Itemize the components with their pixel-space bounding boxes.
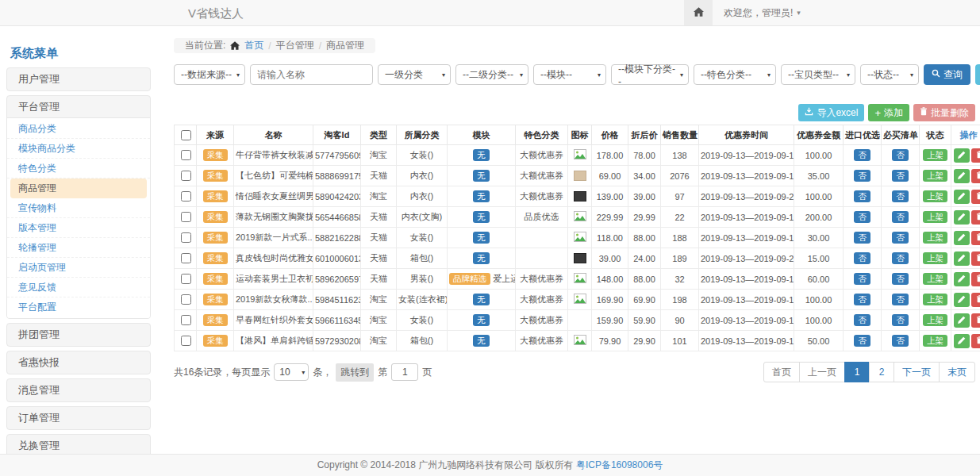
sidebar-section-0[interactable]: 用户管理 [7,68,150,90]
import-optimal-toggle[interactable]: 否 [854,273,870,285]
delete-button[interactable] [971,272,980,286]
import-excel-button[interactable]: 导入excel [798,104,864,121]
add-button[interactable]: + 添加 [868,104,909,121]
sidebar-item[interactable]: 版本管理 [7,218,150,238]
edit-button[interactable] [954,169,970,183]
row-checkbox[interactable] [181,274,191,284]
delete-button[interactable] [971,231,980,245]
must-buy-toggle[interactable]: 否 [892,232,909,244]
edit-button[interactable] [954,334,970,348]
pager-button[interactable]: 1 [844,362,870,382]
delete-button[interactable] [971,190,980,204]
search-button[interactable]: 查询 [924,64,970,85]
must-buy-toggle[interactable]: 否 [892,149,909,161]
filter-input-name-search[interactable] [250,64,373,85]
reset-button[interactable]: 重置 [975,64,980,85]
icp-link[interactable]: 粤ICP备16098006号 [576,459,663,470]
row-checkbox[interactable] [181,294,191,305]
per-page-select[interactable]: 10 ▾ [274,363,309,381]
pager-button[interactable]: 上一页 [799,362,845,382]
must-buy-toggle[interactable]: 否 [892,190,909,202]
pager-button[interactable]: 2 [869,362,894,382]
status-toggle[interactable]: 上架 [923,252,947,264]
edit-button[interactable] [954,293,970,307]
row-checkbox[interactable] [181,232,191,243]
edit-button[interactable] [954,210,970,225]
delete-button[interactable] [971,148,980,163]
filter-select-module[interactable]: --模块--▾ [533,64,606,85]
sidebar-item[interactable]: 商品分类 [7,119,150,139]
sidebar-section-1[interactable]: 平台管理 [7,96,150,118]
must-buy-toggle[interactable]: 否 [892,335,909,347]
status-toggle[interactable]: 上架 [923,314,947,326]
sidebar-section-5[interactable]: 订单管理 [7,407,150,429]
user-menu[interactable]: 欢迎您，管理员! ▾ [724,0,801,25]
filter-select-category-level2[interactable]: --二级分类--▾ [455,64,528,85]
sidebar-section-3[interactable]: 省惠快报 [7,351,150,374]
import-optimal-toggle[interactable]: 否 [854,232,870,244]
sidebar-section-2[interactable]: 拼团管理 [7,324,150,346]
edit-button[interactable] [954,148,970,163]
must-buy-toggle[interactable]: 否 [892,170,909,182]
delete-button[interactable] [971,313,980,328]
breadcrumb-home-link[interactable]: 首页 [244,39,263,52]
sidebar-item[interactable]: 启动页管理 [7,258,150,278]
status-toggle[interactable]: 上架 [923,211,947,223]
row-checkbox[interactable] [181,171,191,181]
sidebar-section-4[interactable]: 消息管理 [7,379,150,401]
pager-button[interactable]: 下一页 [894,362,940,382]
sidebar-item[interactable]: 意见反馈 [7,278,150,298]
delete-button[interactable] [971,169,980,183]
filter-select-feature-category[interactable]: --特色分类--▾ [694,64,776,85]
status-toggle[interactable]: 上架 [923,335,947,347]
sidebar-item[interactable]: 轮播管理 [7,238,150,258]
import-optimal-toggle[interactable]: 否 [854,314,870,326]
must-buy-toggle[interactable]: 否 [892,294,909,305]
filter-select-module-subcategory[interactable]: --模块下分类--▾ [611,64,689,85]
filter-select-category-level1[interactable]: 一级分类▾ [378,64,451,85]
edit-button[interactable] [954,313,970,328]
import-optimal-toggle[interactable]: 否 [854,149,870,161]
row-checkbox[interactable] [181,191,191,202]
must-buy-toggle[interactable]: 否 [892,252,909,264]
status-toggle[interactable]: 上架 [923,170,947,182]
row-checkbox[interactable] [181,253,191,263]
filter-select-status[interactable]: --状态--▾ [860,64,919,85]
edit-button[interactable] [954,190,970,204]
pager-button[interactable]: 首页 [763,362,800,382]
select-all-checkbox[interactable] [181,130,191,140]
row-checkbox[interactable] [181,315,191,325]
edit-button[interactable] [954,272,970,286]
row-checkbox[interactable] [181,150,191,160]
must-buy-toggle[interactable]: 否 [892,211,909,223]
jump-button[interactable]: 跳转到 [336,363,374,382]
row-checkbox[interactable] [181,212,191,222]
sidebar-item[interactable]: 模块商品分类 [7,139,150,159]
delete-button[interactable] [971,293,980,307]
status-toggle[interactable]: 上架 [923,149,947,161]
must-buy-toggle[interactable]: 否 [892,314,909,326]
status-toggle[interactable]: 上架 [923,232,947,244]
jump-page-input[interactable] [391,363,418,381]
status-toggle[interactable]: 上架 [923,273,947,285]
row-checkbox[interactable] [181,336,191,346]
delete-button[interactable] [971,210,980,225]
sidebar-item[interactable]: 宣传物料 [7,198,150,218]
delete-button[interactable] [971,334,980,348]
import-optimal-toggle[interactable]: 否 [854,335,870,347]
sidebar-item[interactable]: 特色分类 [7,159,150,178]
import-optimal-toggle[interactable]: 否 [854,170,870,182]
import-optimal-toggle[interactable]: 否 [854,211,870,223]
import-optimal-toggle[interactable]: 否 [854,294,870,305]
import-optimal-toggle[interactable]: 否 [854,252,870,264]
edit-button[interactable] [954,251,970,266]
delete-button[interactable] [971,251,980,266]
sidebar-item[interactable]: 商品管理 [10,178,147,198]
status-toggle[interactable]: 上架 [923,190,947,202]
pager-button[interactable]: 末页 [939,362,975,382]
batch-delete-button[interactable]: 批量删除 [913,104,975,121]
status-toggle[interactable]: 上架 [923,294,947,305]
home-nav-button[interactable] [684,0,713,25]
filter-select-item-type[interactable]: --宝贝类型--▾ [781,64,855,85]
filter-select-data-source[interactable]: --数据来源--▾ [174,64,245,85]
